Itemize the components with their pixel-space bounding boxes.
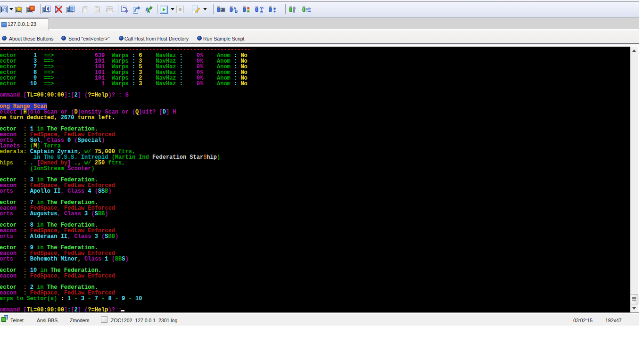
svg-text:@: @ — [2, 7, 7, 12]
svg-text:B: B — [235, 9, 238, 14]
